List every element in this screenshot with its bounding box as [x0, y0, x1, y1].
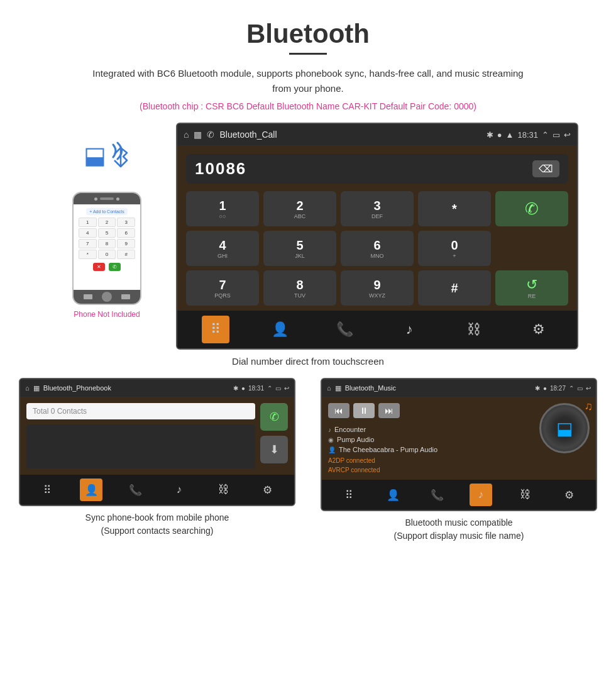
- dial-key-8-letters: TUV: [294, 292, 305, 299]
- expand-icon: ⌃: [542, 130, 549, 140]
- dial-key-hash[interactable]: #: [418, 270, 491, 306]
- dial-key-hash-num: #: [451, 281, 458, 296]
- recall-button[interactable]: ↺ RE: [495, 270, 568, 306]
- phone-end-call: ✕: [93, 263, 105, 271]
- music-track3-name: The Cheebacabra - Pump Audio: [339, 446, 437, 453]
- music-disc: ⬓ ♫: [539, 403, 590, 453]
- phone-dial-hash: #: [117, 250, 135, 259]
- mus-contacts-icon[interactable]: 👤: [382, 484, 404, 506]
- pb-link-icon[interactable]: ⛓: [212, 479, 234, 501]
- dial-key-7[interactable]: 7 PQRS: [186, 270, 259, 306]
- music-a2dp-status: A2DP connected: [328, 457, 534, 464]
- car-main-screen[interactable]: ⌂ ▦ ✆ Bluetooth_Call ✱ ● ▲ 18:31 ⌃ ▭ ↩ 1…: [176, 123, 578, 350]
- dialed-number: 10086: [195, 159, 246, 179]
- phone-dial-2: 2: [98, 218, 116, 227]
- signal-icon: ▲: [506, 130, 514, 140]
- music-bt-icon: ✱: [535, 385, 540, 392]
- phone-dial-1: 1: [79, 218, 97, 227]
- music-content: ⏮ ⏸ ⏭ ♪ Encounter ◉ Pump Audio 👤 The: [322, 397, 596, 480]
- dial-key-4[interactable]: 4 GHI: [186, 231, 259, 266]
- phone-add-contact: + Add to Contacts: [86, 208, 127, 215]
- music-forward-btn[interactable]: ⏭: [378, 403, 400, 418]
- call-button[interactable]: ✆: [495, 191, 568, 226]
- backspace-button[interactable]: ⌫: [532, 160, 559, 177]
- music-screen[interactable]: ⌂ ▦ Bluetooth_Music ✱ ● 18:27 ⌃ ▭ ↩ ⏮ ⏸: [321, 378, 597, 511]
- dial-key-3[interactable]: 3 DEF: [341, 191, 414, 226]
- dialpad-grid: 1 ○○ 2 ABC 3 DEF * ✆: [186, 191, 568, 306]
- phone-screen: + Add to Contacts 1 2 3 4 5 6 7 8 9 * 0 …: [74, 204, 140, 290]
- phonebook-bottom-bar: ⠿ 👤 📞 ♪ ⛓ ⚙: [20, 475, 294, 505]
- phonebook-call-btn[interactable]: ✆: [260, 403, 288, 431]
- phonebook-expand-icon: ⌃: [267, 385, 272, 392]
- music-rewind-btn[interactable]: ⏮: [328, 403, 349, 418]
- dial-key-1[interactable]: 1 ○○: [186, 191, 259, 226]
- phonebook-content: Total 0 Contacts ✆ ⬇: [20, 397, 294, 475]
- music-track1: ♪ Encounter: [328, 424, 534, 434]
- music-time: 18:27: [550, 385, 566, 392]
- sim-icon: ▦: [194, 130, 202, 140]
- car-link-icon[interactable]: ⛓: [460, 316, 488, 343]
- phone-dial-star: *: [79, 250, 97, 259]
- pb-dialpad-icon[interactable]: ⠿: [36, 479, 58, 501]
- dial-key-5-num: 5: [296, 238, 303, 253]
- music-note-badge: ♫: [585, 400, 593, 413]
- chip-info-text: (Bluetooth chip : CSR BC6 Default Blueto…: [0, 101, 616, 111]
- music-track2: ◉ Pump Audio: [328, 434, 534, 445]
- phonebook-right: ✆ ⬇: [260, 403, 288, 468]
- music-left: ⏮ ⏸ ⏭ ♪ Encounter ◉ Pump Audio 👤 The: [328, 403, 534, 473]
- phone-camera: [94, 197, 97, 201]
- mus-dialpad-icon[interactable]: ⠿: [338, 484, 360, 506]
- pb-music-icon[interactable]: ♪: [168, 479, 190, 501]
- dial-key-9[interactable]: 9 WXYZ: [341, 270, 414, 306]
- pb-settings-icon[interactable]: ⚙: [256, 479, 278, 501]
- music-caption: Bluetooth music compatible(Support displ…: [394, 516, 524, 543]
- phonebook-search-box[interactable]: Total 0 Contacts: [26, 403, 255, 419]
- phonebook-wifi-icon: ●: [241, 385, 245, 392]
- mus-call-icon[interactable]: 📞: [426, 484, 448, 506]
- dial-key-3-letters: DEF: [371, 213, 383, 219]
- dial-key-5[interactable]: 5 JKL: [263, 231, 336, 266]
- dial-key-4-letters: GHI: [217, 253, 228, 259]
- car-contacts-icon[interactable]: 👤: [267, 316, 294, 343]
- car-dialpad-icon[interactable]: ⠿: [202, 316, 229, 343]
- music-controls: ⏮ ⏸ ⏭: [328, 403, 534, 418]
- mus-link-icon[interactable]: ⛓: [514, 484, 536, 506]
- dial-key-6[interactable]: 6 MNO: [341, 231, 414, 266]
- music-play-btn[interactable]: ⏸: [353, 403, 375, 418]
- dial-key-7-num: 7: [219, 278, 226, 292]
- car-settings-icon[interactable]: ⚙: [525, 316, 553, 343]
- phonebook-screen[interactable]: ⌂ ▦ Bluetooth_Phonebook ✱ ● 18:31 ⌃ ▭ ↩ …: [19, 378, 295, 506]
- music-block: ⌂ ▦ Bluetooth_Music ✱ ● 18:27 ⌃ ▭ ↩ ⏮ ⏸: [314, 378, 603, 543]
- dial-key-0plus[interactable]: 0 +: [418, 231, 491, 266]
- recall-label: RE: [528, 293, 536, 299]
- dial-key-star-num: *: [452, 202, 457, 216]
- mus-settings-icon[interactable]: ⚙: [558, 484, 580, 506]
- car-music-icon[interactable]: ♪: [395, 316, 423, 343]
- phone-speaker: [100, 197, 114, 200]
- dial-key-5-letters: JKL: [295, 253, 305, 259]
- mus-music-icon[interactable]: ♪: [470, 484, 492, 506]
- phone-not-included: Phone Not Included: [74, 310, 140, 319]
- car-call-icon[interactable]: 📞: [331, 316, 359, 343]
- dial-key-2-letters: ABC: [294, 213, 306, 219]
- phonebook-left: Total 0 Contacts: [26, 403, 255, 468]
- phonebook-window-icon: ▭: [275, 385, 281, 392]
- phone-dial-9: 9: [117, 239, 135, 248]
- pb-contacts-icon[interactable]: 👤: [80, 479, 102, 501]
- phonebook-dl-btn[interactable]: ⬇: [260, 436, 288, 463]
- dial-key-2[interactable]: 2 ABC: [263, 191, 336, 226]
- bluetooth-logo: ⬓: [84, 141, 106, 169]
- music-sim-icon: ▦: [335, 384, 341, 392]
- phonebook-block: ⌂ ▦ Bluetooth_Phonebook ✱ ● 18:31 ⌃ ▭ ↩ …: [13, 378, 302, 543]
- pb-call-icon[interactable]: 📞: [124, 479, 146, 501]
- page-title: Bluetooth: [0, 0, 616, 53]
- dial-key-8[interactable]: 8 TUV: [263, 270, 336, 306]
- dial-key-star[interactable]: *: [418, 191, 491, 226]
- phonebook-caption: Sync phone-book from mobile phone(Suppor…: [85, 511, 229, 538]
- car-statusbar-right: ✱ ● ▲ 18:31 ⌃ ▭ ↩: [487, 130, 571, 140]
- svg-line-2: [114, 160, 121, 167]
- bluetooth-signal-icon: ⬓: [79, 135, 135, 185]
- phonebook-sim-icon: ▦: [33, 384, 40, 392]
- car-bottom-bar: ⠿ 👤 📞 ♪ ⛓ ⚙: [177, 311, 577, 348]
- music-back-icon: ↩: [586, 385, 591, 392]
